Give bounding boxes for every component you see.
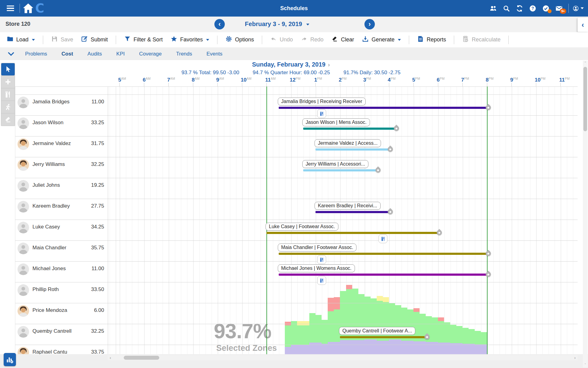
shift-label[interactable]: Jermaine Valdez | Access... [315,139,381,147]
load-button[interactable]: Load [7,36,35,44]
tab-kpi[interactable]: KPI [116,51,125,57]
shift-label[interactable]: Jamalia Bridges | Receiving Receiver [278,98,366,105]
employee-row[interactable]: Juliet Johns19.25 [15,178,108,199]
options-button[interactable]: Options [225,36,254,44]
shift-label[interactable]: Michael Jones | Womens Assoc. [278,264,355,272]
tab-events[interactable]: Events [206,51,222,57]
shift-bar[interactable] [303,169,377,171]
search-icon[interactable] [501,3,512,14]
brand-logo[interactable]: C [35,2,44,14]
chart-settings-button[interactable] [4,353,16,366]
meal-break-marker[interactable] [379,234,387,243]
employee-row[interactable]: Michael Jones11.00 [15,261,108,282]
scroll-up-icon[interactable]: ˆ [583,61,588,66]
shift-label[interactable]: Maia Chandler | Footwear Assoc. [278,243,356,251]
employee-name: Juliet Johns [32,182,60,188]
day-header: Sunday, February 3, 2019› 93.7 % Total: … [0,61,582,76]
erase-tool[interactable] [1,113,15,126]
date-range-selector[interactable]: February 3 - 9, 2019 [233,21,322,28]
shift-bar[interactable] [279,253,487,255]
add-activity-tool[interactable] [1,101,15,113]
day-title[interactable]: Sunday, February 3, 2019› [252,61,330,68]
employee-name: Kareem Bradley [32,203,70,209]
shift-bar[interactable] [303,128,395,130]
meal-break-marker[interactable] [317,276,326,285]
employee-row[interactable]: Maia Chandler35.75 [15,240,108,261]
hour-label: 5PM [412,77,420,83]
schedule-grid[interactable] [108,86,578,354]
save-icon [51,36,58,44]
filter-sort-label: Filter & Sort [134,36,163,43]
avatar [17,180,29,192]
tab-audits[interactable]: Audits [88,51,102,57]
recalculate-button[interactable]: Recalculate [462,36,500,44]
pointer-tool[interactable] [1,63,15,75]
hour-label: 10PM [535,77,545,83]
add-meal-tool[interactable] [1,88,15,101]
shift-bar[interactable] [279,274,487,276]
add-shift-tool[interactable] [1,76,15,88]
avatar [17,117,29,129]
help-icon[interactable]: ? [527,3,538,14]
shift-bar[interactable] [279,107,487,109]
horizontal-scrollbar[interactable]: ‹ › [108,355,578,360]
generate-button[interactable]: Generate [362,36,401,44]
scroll-down-icon[interactable]: ˇ [583,362,588,367]
vertical-scrollbar[interactable]: ˆ ˇ [583,61,588,367]
reports-button[interactable]: Reports [417,36,446,44]
refresh-icon[interactable] [514,3,525,14]
tab-problems[interactable]: Problems [25,51,47,57]
clear-button[interactable]: Clear [331,36,354,44]
filter-sort-button[interactable]: Filter & Sort [124,36,163,44]
mail-icon[interactable]: 9+ [553,3,564,14]
profile-icon[interactable] [573,3,584,14]
employee-row[interactable]: Luke Casey34.25 [15,220,108,240]
submit-button[interactable]: Submit [81,36,108,44]
menu-icon[interactable] [0,0,18,17]
scroll-right-icon[interactable]: › [572,355,578,360]
shift-label[interactable]: Jerry Williams | Accessori... [302,160,368,168]
undo-button[interactable]: Undo [270,36,293,44]
shift-bar[interactable] [266,232,438,234]
tab-cost[interactable]: Cost [62,51,73,57]
redo-button[interactable]: Redo [301,36,323,44]
tasks-icon[interactable] [540,3,551,14]
shift-bar[interactable] [315,211,389,213]
chevron-down-icon [32,39,35,41]
employee-row[interactable]: Price Mendoza6.00 [15,303,108,324]
shift-bar[interactable] [340,336,426,338]
hour-tick [119,83,120,86]
meal-break-marker[interactable] [317,255,326,264]
hour-tick [389,83,389,86]
employee-row[interactable]: Jerry Williams32.25 [15,157,108,178]
meal-break-marker[interactable] [317,109,326,118]
hour-tick [340,83,340,86]
tab-trends[interactable]: Trends [176,51,192,57]
employee-name: Jermaine Valdez [32,140,71,147]
shift-label[interactable]: Quemby Cantrell | Footwear A... [339,327,415,335]
employee-row[interactable]: Phillip Roth33.50 [15,282,108,303]
horizontal-scroll-thumb[interactable] [124,356,159,360]
employee-row[interactable]: Quemby Cantrell32.25 [15,324,108,345]
employee-row[interactable]: Jermaine Valdez31.75 [15,136,108,157]
hour-label: 10AM [241,77,251,83]
shift-label[interactable]: Jason Wilson | Mens Assoc. [302,118,370,126]
next-week-button[interactable]: › [364,19,375,29]
favorites-button[interactable]: Favorites [171,36,209,44]
hour-tick [315,83,316,86]
scroll-left-icon[interactable]: ‹ [108,355,113,360]
tab-coverage[interactable]: Coverage [139,51,162,57]
save-button[interactable]: Save [51,36,73,44]
shift-label[interactable]: Luke Casey | Footwear Assoc. [266,223,338,231]
employee-row[interactable]: Kareem Bradley27.75 [15,199,108,220]
team-icon[interactable] [488,3,499,14]
vertical-scroll-thumb[interactable] [583,67,587,131]
shift-bar[interactable] [315,148,389,151]
shift-label[interactable]: Kareem Bradley | Receivi... [315,202,381,210]
previous-week-button[interactable]: ‹ [214,19,225,29]
employee-row[interactable]: Jamalia Bridges11.00 [15,94,108,115]
employee-row[interactable]: Jason Wilson33.25 [15,115,108,136]
home-icon[interactable] [22,0,35,17]
collapse-tabs-icon[interactable] [8,52,14,56]
collapse-panel-button[interactable]: ‹ [578,18,588,32]
